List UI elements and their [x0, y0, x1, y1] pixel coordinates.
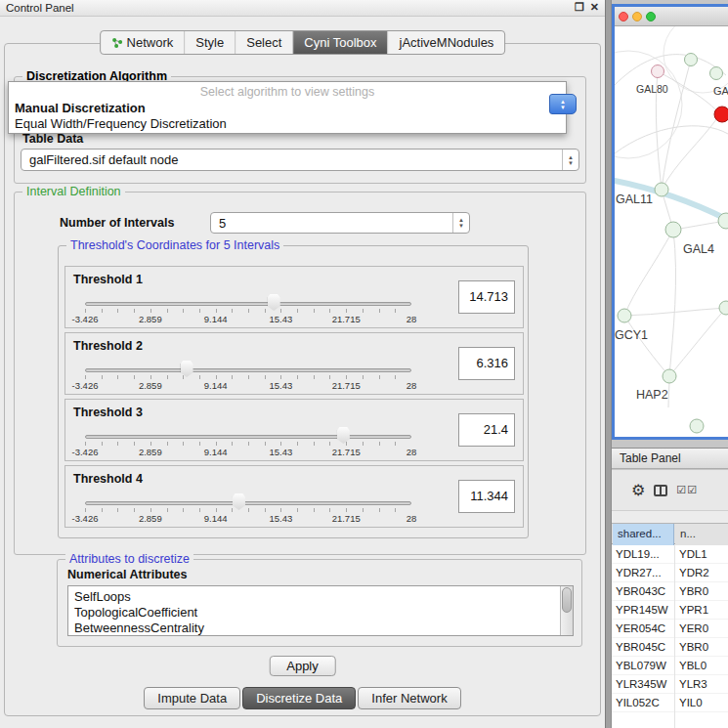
- table-cell[interactable]: YBR045C: [616, 638, 674, 657]
- threshold-4-slider[interactable]: -3.4262.8599.14415.4321.71528: [85, 492, 411, 527]
- table-cell[interactable]: YBL0: [679, 657, 728, 675]
- table-cell[interactable]: YBR0: [679, 582, 728, 601]
- tick-label: 21.715: [332, 447, 361, 457]
- node[interactable]: [685, 54, 698, 66]
- slider-track[interactable]: [85, 302, 411, 306]
- slider-track[interactable]: [85, 501, 411, 505]
- algorithm-combo-stepper-icon[interactable]: ▲ ▼: [549, 94, 577, 114]
- table-cell[interactable]: YIL052C: [616, 694, 674, 712]
- list-item[interactable]: SelfLoops: [68, 589, 573, 605]
- table-cell[interactable]: YLR345W: [616, 675, 674, 694]
- table-body: YDL19...YDL1YDR27...YDR2YBR043CYBR0YPR14…: [612, 545, 728, 728]
- network-canvas[interactable]: GAL80 GA GAL11 GAL4 GCY1 HAP2: [615, 26, 728, 437]
- threshold-4-panel: Threshold 4 -3.4262.8599.14415.4321.7152…: [64, 465, 524, 528]
- threshold-2-slider[interactable]: -3.4262.8599.14415.4321.71528: [85, 359, 411, 394]
- table-cell[interactable]: YER054C: [616, 620, 674, 638]
- tab-style[interactable]: Style: [184, 31, 235, 54]
- node-selected-red[interactable]: [714, 107, 728, 122]
- tab-network[interactable]: Network: [101, 31, 185, 54]
- threshold-2-value-field[interactable]: 6.316: [458, 347, 515, 380]
- algorithm-option-manual[interactable]: Manual Discretization: [15, 101, 560, 115]
- float-window-icon[interactable]: ❐: [575, 1, 584, 14]
- list-item[interactable]: TopologicalCoefficient: [68, 605, 573, 621]
- numerical-attributes-list[interactable]: SelfLoopsTopologicalCoefficientBetweenne…: [67, 585, 574, 636]
- columns-icon[interactable]: [654, 485, 667, 496]
- close-window-icon[interactable]: ✕: [590, 1, 599, 14]
- table-cell[interactable]: YPR145W: [616, 601, 674, 620]
- attributes-group-title: Attributes to discretize: [65, 552, 193, 566]
- table-cell[interactable]: YLR3: [679, 675, 728, 694]
- node-label: HAP2: [636, 388, 668, 402]
- slider-track[interactable]: [85, 435, 411, 439]
- table-row[interactable]: YDR27...YDR2: [612, 564, 728, 582]
- table-panel-header[interactable]: Table Panel: [612, 448, 728, 469]
- table-cell[interactable]: YDL1: [679, 545, 728, 564]
- table-cell[interactable]: YDL19...: [616, 545, 674, 564]
- select-columns-icon[interactable]: ☑☑: [676, 484, 698, 496]
- tab-cyni-toolbox[interactable]: Cyni Toolbox: [292, 31, 387, 54]
- threshold-4-value-field[interactable]: 11.344: [458, 480, 515, 513]
- combo-stepper-icon[interactable]: ▲ ▼: [562, 150, 578, 170]
- node-gal80[interactable]: [652, 65, 664, 78]
- tab-impute-data[interactable]: Impute Data: [144, 687, 240, 709]
- table-cell[interactable]: YDR27...: [616, 564, 674, 582]
- scrollbar-thumb[interactable]: [562, 587, 572, 613]
- node-gal11[interactable]: [655, 183, 668, 196]
- node-gal4[interactable]: [665, 222, 681, 237]
- table-row[interactable]: YBR045CYBR0: [612, 638, 728, 657]
- tab-jactivemnodules[interactable]: jActiveMNodules: [388, 31, 505, 54]
- list-item[interactable]: BetweennessCentrality: [68, 621, 573, 636]
- table-data-combo[interactable]: galFiltered.sif default node ▲ ▼: [21, 149, 579, 171]
- threshold-1-value-field[interactable]: 14.713: [458, 280, 515, 314]
- table-cell[interactable]: YER0: [679, 620, 728, 638]
- slider-track[interactable]: [85, 368, 411, 372]
- node-gcy1[interactable]: [618, 309, 631, 322]
- table-panel: ⚙ ☑☑ shared... n... YDL19...YDL1YDR27...…: [612, 470, 728, 728]
- minimize-traffic-light-icon[interactable]: [632, 12, 642, 21]
- tick-label: 2.859: [139, 314, 162, 324]
- column-header-shared-name[interactable]: shared...: [613, 524, 674, 545]
- tab-infer-network[interactable]: Infer Network: [358, 687, 460, 709]
- spinner-stepper-icon[interactable]: ▲ ▼: [452, 213, 469, 233]
- gear-icon[interactable]: ⚙: [631, 483, 645, 498]
- table-row[interactable]: YDL19...YDL1: [612, 545, 728, 564]
- column-header-name[interactable]: n...: [675, 524, 728, 545]
- algorithm-option-equal-width[interactable]: Equal Width/Frequency Discretization: [15, 116, 560, 131]
- table-cell[interactable]: YBL079W: [616, 657, 674, 675]
- tick-label: 21.715: [332, 314, 361, 324]
- node[interactable]: [690, 419, 704, 433]
- zoom-traffic-light-icon[interactable]: [646, 12, 656, 21]
- table-row[interactable]: YBL079WYBL0: [612, 657, 728, 675]
- number-of-intervals-spinner[interactable]: 5 ▲ ▼: [210, 212, 470, 234]
- threshold-3-slider[interactable]: -3.4262.8599.14415.4321.71528: [85, 425, 411, 460]
- threshold-1-slider[interactable]: -3.4262.8599.14415.4321.71528: [85, 292, 411, 327]
- panel-divider[interactable]: [605, 0, 612, 728]
- tick-label: 2.859: [139, 380, 162, 391]
- node[interactable]: [719, 301, 728, 315]
- node-label: GAL80: [636, 83, 668, 95]
- table-cell[interactable]: YPR1: [679, 601, 728, 620]
- table-row[interactable]: YIL052CYIL0: [612, 694, 728, 712]
- slider-ticks: [85, 375, 411, 379]
- threshold-3-value-field[interactable]: 21.4: [458, 413, 515, 447]
- algorithm-placeholder: Select algorithm to view settings: [9, 85, 566, 99]
- table-cell[interactable]: YIL0: [679, 694, 728, 712]
- apply-button[interactable]: Apply: [269, 656, 336, 676]
- table-data-combo-value: galFiltered.sif default node: [21, 152, 562, 167]
- thresholds-group: Threshold's Coordinates for 5 Intervals …: [58, 245, 529, 538]
- tab-cyni-toolbox-label: Cyni Toolbox: [304, 35, 376, 50]
- node-hap2[interactable]: [663, 369, 676, 383]
- interval-definition-group: Interval Definition Number of Intervals …: [14, 192, 586, 555]
- table-cell[interactable]: YDR2: [679, 564, 728, 582]
- table-cell[interactable]: YBR0: [679, 638, 728, 657]
- table-row[interactable]: YBR043CYBR0: [612, 582, 728, 601]
- table-cell[interactable]: YBR043C: [616, 582, 674, 601]
- node[interactable]: [710, 67, 723, 80]
- close-traffic-light-icon[interactable]: [619, 12, 628, 21]
- list-scrollbar[interactable]: [560, 586, 573, 635]
- tab-discretize-data[interactable]: Discretize Data: [242, 687, 356, 709]
- table-row[interactable]: YPR145WYPR1: [612, 601, 728, 620]
- tab-select[interactable]: Select: [235, 31, 292, 54]
- table-row[interactable]: YLR345WYLR3: [612, 675, 728, 694]
- table-row[interactable]: YER054CYER0: [612, 620, 728, 638]
